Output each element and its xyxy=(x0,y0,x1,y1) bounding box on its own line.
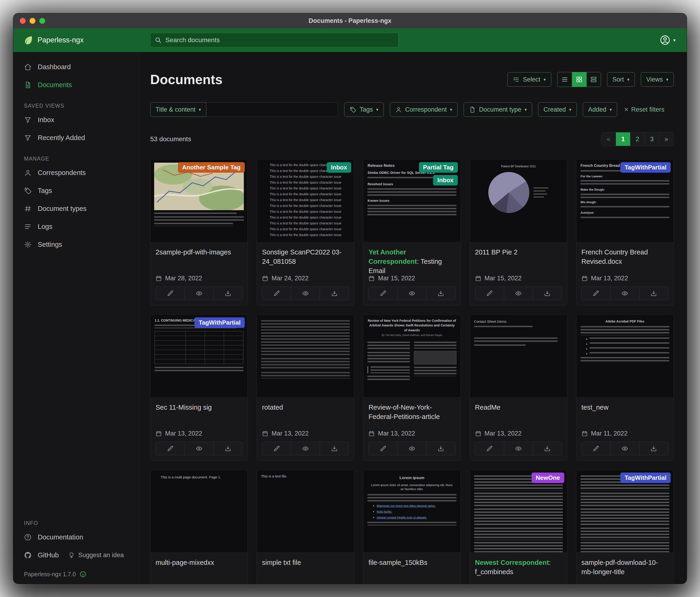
document-card[interactable]: This is a test file. simple txt file xyxy=(257,470,354,584)
filter-field-button[interactable]: Title & content ▾ xyxy=(150,102,206,117)
tag-pill[interactable]: Another Sample Tag xyxy=(178,162,245,173)
document-thumbnail[interactable]: Adobe Acrobat PDF Files xyxy=(576,315,673,398)
document-card[interactable]: Patient BP Distribution 2011 2011 BP Pie… xyxy=(470,159,567,306)
filter-correspondent-button[interactable]: Correspondent ▾ xyxy=(390,102,457,117)
view-document-button[interactable] xyxy=(610,442,640,455)
edit-document-button[interactable] xyxy=(475,442,504,455)
sidebar-item-logs[interactable]: Logs xyxy=(13,218,139,236)
filter-added-button[interactable]: Added ▾ xyxy=(583,102,617,117)
document-card[interactable]: rotated Mar 13, 2022 xyxy=(257,314,354,461)
document-title[interactable]: French Country Bread Revised.docx xyxy=(581,247,668,266)
document-title[interactable]: Sonstige ScanPC2022 03-24_081058 xyxy=(262,247,349,266)
view-document-button[interactable] xyxy=(610,287,640,300)
sidebar-item-recently-added[interactable]: Recently Added xyxy=(13,129,139,147)
download-document-button[interactable] xyxy=(320,442,349,455)
document-card[interactable]: TagWithPartial sample-pdf-download-10-mb… xyxy=(576,470,674,584)
search-input[interactable] xyxy=(165,37,394,44)
download-document-button[interactable] xyxy=(640,442,668,455)
brand[interactable]: Paperless-ngx xyxy=(13,35,140,45)
edit-document-button[interactable] xyxy=(581,287,610,300)
page-button-1[interactable]: 1 xyxy=(616,133,630,146)
tag-pill[interactable]: NewOne xyxy=(532,473,564,483)
large-cards-view-button[interactable] xyxy=(586,72,601,87)
document-title[interactable]: Newest Correspondent: f_combineds xyxy=(475,558,562,576)
document-title[interactable]: Sec 11-Missing sig xyxy=(155,403,243,412)
document-thumbnail[interactable]: Review of New York Federal Petitions for… xyxy=(363,315,460,398)
view-document-button[interactable] xyxy=(504,442,533,455)
document-title[interactable]: simple txt file xyxy=(262,558,349,567)
sidebar-item-dashboard[interactable]: Dashboard xyxy=(13,58,139,76)
info-circle-icon[interactable] xyxy=(79,571,86,578)
document-card[interactable]: 1.1. CONTINUING MEDICAL EDUCA TagWithPar… xyxy=(150,314,248,461)
document-title[interactable]: 2sample-pdf-with-images xyxy=(155,247,243,257)
view-document-button[interactable] xyxy=(398,442,426,455)
download-document-button[interactable] xyxy=(640,287,668,300)
download-document-button[interactable] xyxy=(533,287,562,300)
filter-document-type-button[interactable]: Document type ▾ xyxy=(464,102,532,117)
sort-button[interactable]: Sort ▾ xyxy=(607,72,635,87)
zoom-button[interactable] xyxy=(39,18,45,24)
page-button-2[interactable]: 2 xyxy=(630,133,645,146)
document-thumbnail[interactable]: Another Sample Tag xyxy=(150,159,248,242)
document-card[interactable]: French Country BreadFor the Leaven:Make … xyxy=(576,159,674,306)
filter-tags-button[interactable]: Tags ▾ xyxy=(344,102,384,117)
edit-document-button[interactable] xyxy=(262,287,291,300)
sidebar-item-github[interactable]: GitHub xyxy=(13,546,63,564)
document-correspondent[interactable]: Yet Another Correspondent xyxy=(368,248,417,265)
view-document-button[interactable] xyxy=(185,442,214,455)
edit-document-button[interactable] xyxy=(155,287,185,300)
edit-document-button[interactable] xyxy=(262,442,291,455)
previous-page-button[interactable]: « xyxy=(601,133,616,146)
document-card[interactable]: Another Sample Tag 2sample-pdf-with-imag… xyxy=(150,159,248,306)
document-thumbnail[interactable]: NewOne xyxy=(470,470,567,553)
document-title[interactable]: file-sample_150kBs xyxy=(368,558,455,567)
close-button[interactable] xyxy=(20,18,26,24)
view-document-button[interactable] xyxy=(291,442,320,455)
tag-pill[interactable]: Inbox xyxy=(433,175,457,186)
document-thumbnail[interactable]: Lorem ipsumLorem ipsum dolor sit amet, c… xyxy=(363,470,460,553)
document-card[interactable]: Release NotesSimba ODBC Driver for SQL S… xyxy=(363,159,460,306)
document-title[interactable]: Review-of-New-York-Federal-Petitions-art… xyxy=(368,403,455,421)
sidebar-item-settings[interactable]: Settings xyxy=(13,236,139,254)
download-document-button[interactable] xyxy=(214,442,243,455)
edit-document-button[interactable] xyxy=(368,442,398,455)
document-title[interactable]: Yet Another Correspondent: Testing Email xyxy=(368,247,455,276)
document-title[interactable]: ReadMe xyxy=(475,403,562,412)
document-thumbnail[interactable]: This is a multi page document. Page 1. xyxy=(150,470,248,553)
view-document-button[interactable] xyxy=(504,287,533,300)
document-card[interactable]: NewOne Newest Correspondent: f_combineds xyxy=(470,470,567,584)
filter-text-input[interactable] xyxy=(206,102,338,117)
document-thumbnail[interactable]: 1.1. CONTINUING MEDICAL EDUCA TagWithPar… xyxy=(150,315,248,398)
document-card[interactable]: This is a test for the double space char… xyxy=(257,159,354,306)
document-thumbnail[interactable]: French Country BreadFor the Leaven:Make … xyxy=(576,159,673,242)
document-thumbnail[interactable]: This is a test file. xyxy=(257,470,354,553)
tag-pill[interactable]: Inbox xyxy=(327,162,351,173)
global-search[interactable] xyxy=(150,33,398,47)
view-document-button[interactable] xyxy=(291,287,320,300)
views-button[interactable]: Views ▾ xyxy=(641,72,674,87)
user-menu[interactable]: ▾ xyxy=(660,35,687,45)
tag-pill[interactable]: Partial Tag xyxy=(419,162,458,173)
sidebar-item-document-types[interactable]: Document types xyxy=(13,200,139,218)
view-document-button[interactable] xyxy=(185,287,214,300)
minimize-button[interactable] xyxy=(30,18,35,24)
edit-document-button[interactable] xyxy=(368,287,398,300)
document-title[interactable]: multi-page-mixedxx xyxy=(155,558,243,567)
next-page-button[interactable]: » xyxy=(659,133,673,146)
download-document-button[interactable] xyxy=(533,442,562,455)
suggest-idea-link[interactable]: Suggest an idea xyxy=(68,552,124,559)
list-view-button[interactable] xyxy=(557,72,572,87)
tag-pill[interactable]: TagWithPartial xyxy=(620,473,671,483)
view-document-button[interactable] xyxy=(398,287,426,300)
document-thumbnail[interactable]: TagWithPartial xyxy=(576,470,673,553)
download-document-button[interactable] xyxy=(427,287,455,300)
document-title[interactable]: sample-pdf-download-10-mb-longer-title xyxy=(581,558,668,576)
document-card[interactable]: Adobe Acrobat PDF Files test_new Mar 11,… xyxy=(576,314,674,461)
sidebar-item-correspondents[interactable]: Correspondents xyxy=(13,164,139,182)
edit-document-button[interactable] xyxy=(581,442,610,455)
filter-created-button[interactable]: Created ▾ xyxy=(538,102,577,117)
document-card[interactable]: Lorem ipsumLorem ipsum dolor sit amet, c… xyxy=(363,470,460,584)
edit-document-button[interactable] xyxy=(155,442,185,455)
document-correspondent[interactable]: Newest Correspondent xyxy=(475,559,549,566)
sidebar-item-documents[interactable]: Documents xyxy=(13,76,139,94)
